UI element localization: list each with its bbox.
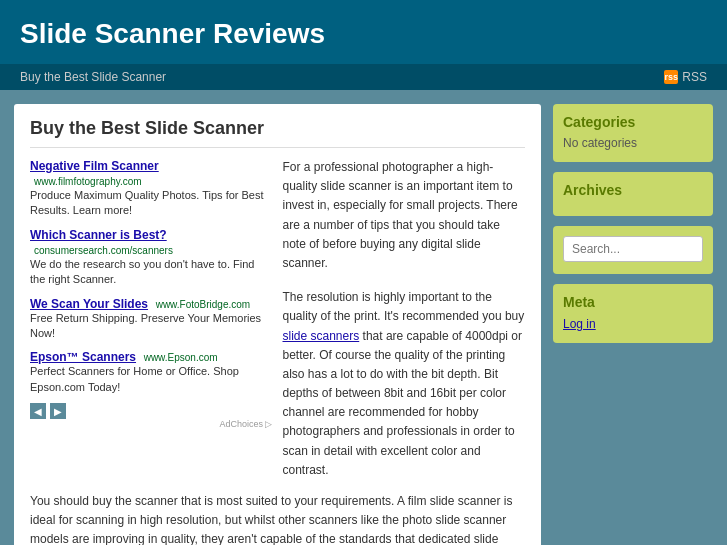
categories-content: No categories: [563, 136, 703, 150]
ad-domain-3: www.FotoBridge.com: [156, 299, 250, 310]
archives-title: Archives: [563, 182, 703, 198]
rss-label: RSS: [682, 70, 707, 84]
sidebar: Categories No categories Archives Meta L…: [553, 104, 713, 545]
archives-widget: Archives: [553, 172, 713, 216]
main-container: Buy the Best Slide Scanner Negative Film…: [0, 90, 727, 545]
article-p3: You should buy the scanner that is most …: [30, 492, 525, 545]
ad-choices: AdChoices ▷: [30, 419, 273, 429]
site-title: Slide Scanner Reviews: [20, 18, 707, 50]
meta-widget: Meta Log in: [553, 284, 713, 343]
login-link[interactable]: Log in: [563, 317, 596, 331]
meta-title: Meta: [563, 294, 703, 310]
ad-link-1[interactable]: Negative Film Scanner: [30, 159, 159, 173]
article-main: You should buy the scanner that is most …: [30, 492, 525, 545]
rss-badge: rss RSS: [664, 70, 707, 84]
sub-header-link[interactable]: Buy the Best Slide Scanner: [20, 70, 166, 84]
categories-title: Categories: [563, 114, 703, 130]
ad-domain-1: www.filmfotography.com: [34, 176, 142, 187]
site-header: Slide Scanner Reviews: [0, 0, 727, 64]
article-intro-text: For a professional photographer a high-q…: [283, 158, 526, 273]
ad-link-2[interactable]: Which Scanner is Best?: [30, 228, 167, 242]
sub-header: Buy the Best Slide Scanner rss RSS: [0, 64, 727, 90]
search-input[interactable]: [563, 236, 703, 262]
ad-column: Negative Film Scanner www.filmfotography…: [30, 158, 273, 480]
ad-navigation: ◀ ▶: [30, 403, 273, 419]
ad-prev-button[interactable]: ◀: [30, 403, 46, 419]
ad-domain-4: www.Epson.com: [144, 352, 218, 363]
content-area: Buy the Best Slide Scanner Negative Film…: [14, 104, 541, 545]
article-intro: For a professional photographer a high-q…: [283, 158, 526, 480]
rss-icon: rss: [664, 70, 678, 84]
ad-item-1: Negative Film Scanner www.filmfotography…: [30, 158, 273, 219]
ad-item-2: Which Scanner is Best? consumersearch.co…: [30, 227, 273, 288]
ad-next-button[interactable]: ▶: [50, 403, 66, 419]
ads-section: Negative Film Scanner www.filmfotography…: [30, 158, 525, 480]
ad-desc-4: Perfect Scanners for Home or Office. Sho…: [30, 364, 273, 395]
slide-scanners-link[interactable]: slide scanners: [283, 329, 360, 343]
ad-link-4[interactable]: Epson™ Scanners: [30, 350, 136, 364]
ad-link-3[interactable]: We Scan Your Slides: [30, 297, 148, 311]
page-title: Buy the Best Slide Scanner: [30, 118, 525, 148]
search-widget: [553, 226, 713, 274]
article-p2: The resolution is highly important to th…: [283, 288, 526, 480]
ad-desc-2: We do the research so you don't have to.…: [30, 257, 273, 288]
ad-item-4: Epson™ Scanners www.Epson.com Perfect Sc…: [30, 349, 273, 395]
ad-item-3: We Scan Your Slides www.FotoBridge.com F…: [30, 296, 273, 342]
categories-widget: Categories No categories: [553, 104, 713, 162]
ad-domain-2: consumersearch.com/scanners: [34, 245, 173, 256]
ad-desc-3: Free Return Shipping. Preserve Your Memo…: [30, 311, 273, 342]
ad-desc-1: Produce Maximum Quality Photos. Tips for…: [30, 188, 273, 219]
